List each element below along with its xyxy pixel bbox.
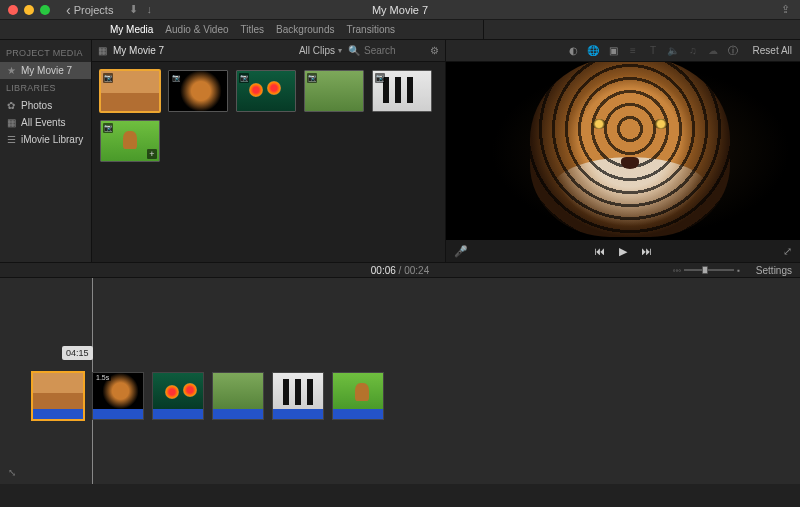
calendar-icon: ▦	[6, 118, 16, 128]
browser-thumbnails: 📷📷📷📷📷📷+	[92, 62, 445, 170]
add-icon[interactable]: +	[147, 149, 157, 159]
prev-button[interactable]: ⏮	[594, 245, 605, 258]
tab-my-media[interactable]: My Media	[110, 24, 153, 35]
balance-icon[interactable]: ◐	[567, 44, 580, 57]
next-button[interactable]: ⏭	[641, 245, 652, 258]
clip-audio-track[interactable]	[153, 409, 203, 419]
settings-gear-icon[interactable]: ⚙	[430, 45, 439, 56]
clip-duration: 1.5s	[94, 374, 111, 381]
clip-thumbnail	[33, 373, 83, 409]
globe-icon[interactable]: 🌐	[587, 44, 600, 57]
sidebar-item-photos[interactable]: ✿Photos	[0, 97, 91, 114]
camera-badge-icon: 📷	[375, 73, 385, 83]
sidebar-item-all-events[interactable]: ▦All Events	[0, 114, 91, 131]
sidebar-item-my-movie-[interactable]: ★My Movie 7	[0, 62, 91, 79]
clip-audio-track[interactable]	[213, 409, 263, 419]
tab-audio-video[interactable]: Audio & Video	[165, 24, 228, 35]
media-tabbar: My MediaAudio & VideoTitlesBackgroundsTr…	[0, 20, 800, 40]
thumb-deer[interactable]: 📷+	[100, 120, 160, 162]
camera-badge-icon: 📷	[307, 73, 317, 83]
preview-image	[446, 62, 800, 240]
share-icon[interactable]: ⇪	[781, 3, 800, 16]
info-icon[interactable]: ⓘ	[727, 44, 740, 57]
timeline-collapse-icon[interactable]: ⤡	[8, 467, 16, 478]
media-browser: ▦ My Movie 7 All Clips 🔍 ⚙ 📷📷📷📷📷📷+	[92, 40, 446, 262]
zoom-track[interactable]	[684, 269, 734, 271]
browser-toolbar: ▦ My Movie 7 All Clips 🔍 ⚙	[92, 40, 445, 62]
camera-badge-icon: 📷	[103, 123, 113, 133]
grid-view-icon[interactable]: ▦	[98, 45, 107, 56]
upper-panels: PROJECT MEDIA★My Movie 7LIBRARIES✿Photos…	[0, 40, 800, 262]
import-icon[interactable]: ⬇	[129, 3, 138, 16]
sidebar-item-label: iMovie Library	[21, 134, 83, 145]
tab-titles[interactable]: Titles	[241, 24, 265, 35]
time-current: 00:06	[371, 265, 396, 276]
clip-audio-track[interactable]	[33, 409, 83, 419]
thumb-elephants[interactable]: 📷	[100, 70, 160, 112]
star-icon: ★	[6, 66, 16, 76]
zoom-thumb[interactable]	[702, 266, 708, 274]
crop-icon[interactable]: ▣	[607, 44, 620, 57]
timeline[interactable]: 04:15 1.5s ⤡	[0, 278, 800, 484]
viewer-adjust-bar: ◐🌐▣≡T🔈♫☁ⓘReset All	[446, 40, 800, 62]
clip-deer[interactable]	[332, 372, 384, 420]
sidebar-heading: PROJECT MEDIA	[0, 44, 91, 62]
clip-birds[interactable]	[152, 372, 204, 420]
minimize-button[interactable]	[24, 5, 34, 15]
text-icon[interactable]: T	[647, 44, 660, 57]
zoom-out-icon[interactable]: ◦◦◦	[673, 266, 682, 275]
title-tools: ⬇ ↓	[129, 3, 152, 16]
titlebar: Projects ⬇ ↓ My Movie 7 ⇪	[0, 0, 800, 20]
clip-leopard[interactable]	[212, 372, 264, 420]
clip-audio-track[interactable]	[333, 409, 383, 419]
clips-filter[interactable]: All Clips	[299, 45, 342, 56]
thumb-leopard[interactable]: 📷	[304, 70, 364, 112]
media-tabs: My MediaAudio & VideoTitlesBackgroundsTr…	[110, 24, 395, 35]
search-input[interactable]	[364, 45, 424, 56]
eq-icon[interactable]: ♫	[687, 44, 700, 57]
preview-viewport[interactable]	[446, 62, 800, 240]
tab-transitions[interactable]: Transitions	[346, 24, 395, 35]
sliders-icon[interactable]: ≡	[627, 44, 640, 57]
tabbar-divider	[483, 20, 484, 40]
viewer-panel: ◐🌐▣≡T🔈♫☁ⓘReset All 🎤 ⏮ ▶ ⏭ ⤢	[446, 40, 800, 262]
library-icon: ☰	[6, 135, 16, 145]
clip-tiger[interactable]: 1.5s	[92, 372, 144, 420]
sidebar-item-imovie-library[interactable]: ☰iMovie Library	[0, 131, 91, 148]
zoom-slider[interactable]: ◦◦◦ ▪	[673, 266, 740, 275]
window-controls	[0, 5, 50, 15]
thumb-penguins[interactable]: 📷	[372, 70, 432, 112]
fx-icon[interactable]: ☁	[707, 44, 720, 57]
clip-thumbnail	[213, 373, 263, 409]
search-field[interactable]: 🔍	[348, 45, 424, 56]
clip-thumbnail	[333, 373, 383, 409]
play-button[interactable]: ▶	[619, 245, 627, 258]
transport-bar: 🎤 ⏮ ▶ ⏭ ⤢	[446, 240, 800, 262]
timecode-marker: 04:15	[62, 346, 93, 360]
clip-penguins[interactable]	[272, 372, 324, 420]
clip-elephants[interactable]	[32, 372, 84, 420]
zoom-in-icon[interactable]: ▪	[737, 266, 740, 275]
camera-badge-icon: 📷	[103, 73, 113, 83]
thumb-tiger[interactable]: 📷	[168, 70, 228, 112]
audio-icon[interactable]: 🔈	[667, 44, 680, 57]
microphone-icon[interactable]: 🎤	[454, 245, 468, 258]
clip-audio-track[interactable]	[273, 409, 323, 419]
sidebar: PROJECT MEDIA★My Movie 7LIBRARIES✿Photos…	[0, 40, 92, 262]
back-to-projects[interactable]: Projects	[66, 2, 113, 18]
down-arrow-icon[interactable]: ↓	[146, 3, 152, 16]
thumb-birds[interactable]: 📷	[236, 70, 296, 112]
camera-badge-icon: 📷	[239, 73, 249, 83]
timecode-bar: 00:06 / 00:24 ◦◦◦ ▪ Settings	[0, 262, 800, 278]
fullscreen-icon[interactable]: ⤢	[783, 245, 792, 258]
reset-all-button[interactable]: Reset All	[753, 45, 792, 56]
back-label: Projects	[74, 4, 114, 16]
clip-audio-track[interactable]	[93, 409, 143, 419]
maximize-button[interactable]	[40, 5, 50, 15]
sidebar-item-label: My Movie 7	[21, 65, 72, 76]
document-title: My Movie 7	[372, 4, 428, 16]
close-button[interactable]	[8, 5, 18, 15]
tab-backgrounds[interactable]: Backgrounds	[276, 24, 334, 35]
timeline-settings[interactable]: Settings	[756, 265, 792, 276]
camera-badge-icon: 📷	[171, 73, 181, 83]
